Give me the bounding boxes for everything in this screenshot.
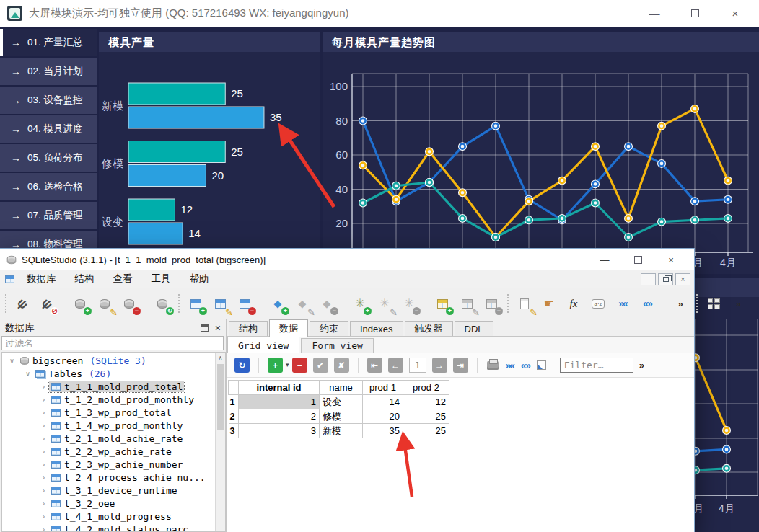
close-button[interactable]: ×: [729, 7, 742, 20]
grid-cell[interactable]: 12: [403, 395, 449, 409]
create-index-icon[interactable]: ◆+: [268, 294, 287, 313]
disconnect-database-icon[interactable]: ψ⊘: [38, 294, 56, 313]
data-filter-input[interactable]: [560, 358, 633, 373]
chevron-right-icon[interactable]: ›: [38, 383, 49, 391]
open-function-editor-icon[interactable]: fx: [564, 294, 583, 313]
column-header-name[interactable]: name: [320, 381, 363, 395]
tree-item-t-1-1-mold-prod-total[interactable]: › t_1_1_mold_prod_total: [2, 380, 225, 393]
edit-database-icon[interactable]: ✎: [95, 294, 114, 313]
grid-cell[interactable]: 25: [403, 409, 449, 424]
sidebar-item-06[interactable]: → 06. 送检合格: [0, 173, 97, 200]
chevron-right-icon[interactable]: ›: [38, 461, 49, 469]
tab-structure[interactable]: 结构: [229, 321, 268, 336]
chevron-right-icon[interactable]: ›: [38, 435, 49, 443]
sidebar-item-03[interactable]: → 03. 设备监控: [0, 87, 97, 114]
chevron-right-icon[interactable]: ›: [38, 409, 49, 417]
create-view-icon[interactable]: +: [433, 294, 452, 313]
grid-cell[interactable]: 2: [239, 409, 320, 424]
float-panel-icon[interactable]: [201, 324, 209, 332]
tree-item-bigscreen[interactable]: ∨ bigscreen(SQLite 3): [2, 354, 225, 367]
close-button[interactable]: ×: [654, 249, 688, 270]
minimize-button[interactable]: —: [588, 249, 621, 270]
insert-row-menu-icon[interactable]: ▾: [286, 362, 289, 368]
column-header-rownum[interactable]: [229, 381, 239, 395]
subtab-form-view[interactable]: Form view: [301, 338, 373, 353]
delete-trigger-icon[interactable]: ✳−: [400, 294, 418, 313]
menu-item-0[interactable]: 数据库: [17, 272, 66, 285]
open-collation-editor-icon[interactable]: a·z: [589, 294, 607, 313]
expand-columns-icon[interactable]: «»: [521, 360, 530, 371]
minimize-button[interactable]: —: [648, 7, 661, 20]
mdi-close-button[interactable]: ×: [675, 273, 690, 285]
mdi-window-list-icon[interactable]: [704, 294, 723, 313]
delete-row-icon[interactable]: −: [292, 358, 307, 373]
open-sql-editor-icon[interactable]: ✎: [515, 294, 534, 313]
data-toolbar-overflow-icon[interactable]: »: [639, 360, 644, 370]
grid-cell[interactable]: 新模: [320, 424, 363, 438]
tree-scrollbar-thumb[interactable]: [217, 364, 224, 430]
tab-constraints[interactable]: 约束: [310, 321, 348, 336]
tree-item-t-2-4-process-achie-nu-[interactable]: › t 2 4 process achie nu...: [2, 471, 225, 484]
chevron-right-icon[interactable]: ›: [38, 474, 49, 482]
column-header-prod 2[interactable]: prod 2: [403, 381, 449, 395]
column-header-prod 1[interactable]: prod 1: [363, 381, 403, 395]
sidebar-item-04[interactable]: → 04. 模具进度: [0, 115, 97, 143]
chevron-down-icon[interactable]: ∨: [6, 357, 17, 365]
next-page-icon[interactable]: →: [432, 358, 447, 373]
toolbar-overflow-icon[interactable]: »: [671, 294, 690, 313]
tree-item-t-1-3-wp-prod-total[interactable]: › t_1_3_wp_prod_total: [2, 406, 225, 419]
tree-item-t-2-1-mold-achie-rate[interactable]: › t_2_1_mold_achie_rate: [2, 432, 225, 445]
sidebar-item-01[interactable]: → 01. 产量汇总: [0, 29, 97, 56]
grid-cell[interactable]: 20: [363, 409, 403, 424]
tab-triggers[interactable]: 触发器: [405, 321, 453, 336]
commit-changes-icon[interactable]: ✔: [313, 358, 328, 373]
tree-item-t-2-2-wp-achie-rate[interactable]: › t_2_2_wp_achie_rate: [2, 445, 225, 458]
edit-index-icon[interactable]: ◆✎: [293, 294, 312, 313]
prev-page-icon[interactable]: ←: [388, 358, 403, 373]
grid-cell[interactable]: 14: [363, 395, 403, 409]
connect-database-icon[interactable]: ψ: [13, 294, 32, 313]
delete-index-icon[interactable]: ◆−: [317, 294, 336, 313]
subtab-grid-view[interactable]: Grid view: [227, 337, 299, 353]
chevron-right-icon[interactable]: ›: [38, 500, 49, 507]
toolbar-overflow-2-icon[interactable]: »: [729, 294, 747, 313]
mdi-restore-button[interactable]: [658, 273, 673, 285]
format-cell-icon[interactable]: [537, 360, 546, 370]
edit-trigger-icon[interactable]: ✳✎: [375, 294, 394, 313]
tree-item-t-4-2-mold-status-parc-[interactable]: › t 4 2 mold status parc...: [2, 523, 225, 532]
tree-filter-input[interactable]: [1, 336, 224, 350]
grid-cell[interactable]: 设变: [320, 395, 363, 409]
cascade-windows-icon[interactable]: «»: [638, 294, 657, 313]
tree-item-t-1-4-wp-prod-monthly[interactable]: › t_1_4_wp_prod_monthly: [2, 419, 225, 432]
tree-item-t-1-2-mold-prod-monthly[interactable]: › t_1_2_mold_prod_monthly: [2, 393, 225, 406]
delete-view-icon[interactable]: −: [482, 294, 501, 313]
last-page-icon[interactable]: ⇥: [453, 358, 468, 373]
edit-view-icon[interactable]: ✎: [457, 294, 476, 313]
refresh-schema-icon[interactable]: ↻: [153, 294, 172, 313]
menu-item-4[interactable]: 帮助: [180, 272, 219, 285]
chevron-right-icon[interactable]: ›: [38, 513, 49, 520]
chevron-down-icon[interactable]: ∨: [22, 370, 33, 378]
tree-item-Tables[interactable]: ∨ Tables(26): [2, 367, 225, 380]
create-table-icon[interactable]: +: [186, 294, 205, 313]
tab-indexes[interactable]: Indexes: [350, 321, 403, 336]
grid-cell[interactable]: 修模: [320, 409, 363, 424]
first-page-icon[interactable]: ⇤: [367, 358, 382, 373]
grid-cell[interactable]: 3: [239, 424, 320, 438]
chevron-right-icon[interactable]: ›: [38, 487, 49, 495]
chevron-right-icon[interactable]: ›: [38, 396, 49, 404]
mdi-minimize-button[interactable]: —: [641, 273, 656, 285]
tree-item-t-4-1-mold-progress[interactable]: › t_4_1_mold_progress: [2, 510, 225, 523]
row-number[interactable]: 3: [229, 424, 239, 438]
maximize-button[interactable]: [621, 249, 654, 270]
row-number[interactable]: 1: [229, 395, 239, 409]
maximize-button[interactable]: [688, 7, 701, 20]
sidebar-item-05[interactable]: → 05. 负荷分布: [0, 144, 97, 172]
remove-database-icon[interactable]: −: [120, 294, 139, 313]
chevron-right-icon[interactable]: ›: [38, 526, 49, 532]
grid-cell[interactable]: 1: [239, 395, 320, 409]
rollback-changes-icon[interactable]: ✘: [334, 358, 349, 373]
close-panel-icon[interactable]: ×: [215, 323, 221, 333]
refresh-data-icon[interactable]: ↻: [234, 358, 250, 373]
sidebar-item-07[interactable]: → 07. 品质管理: [0, 202, 97, 229]
